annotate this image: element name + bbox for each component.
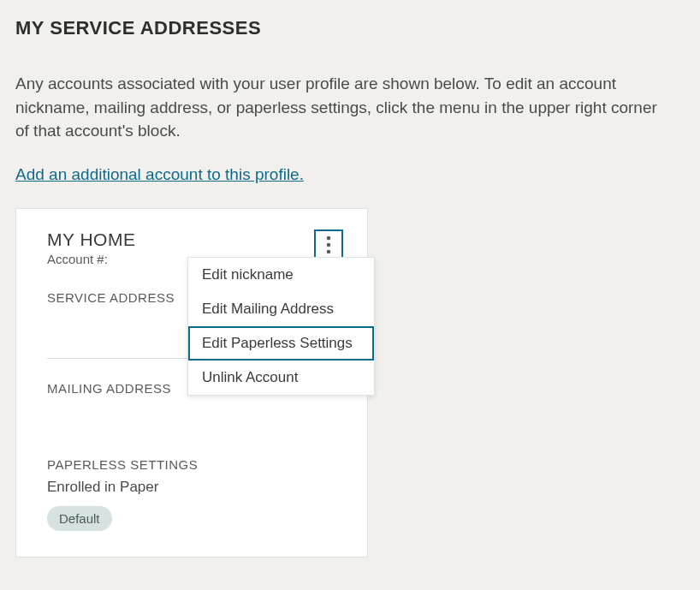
menu-item-edit-nickname[interactable]: Edit nickname xyxy=(188,258,374,292)
menu-item-edit-mailing-address[interactable]: Edit Mailing Address xyxy=(188,292,374,326)
account-menu-button[interactable] xyxy=(314,229,343,260)
account-number-label: Account #: xyxy=(47,252,135,266)
account-card: MY HOME Account #: SERVICE ADDRESS MAILI… xyxy=(15,208,368,557)
kebab-icon xyxy=(326,235,331,254)
svg-point-2 xyxy=(327,249,331,253)
svg-point-0 xyxy=(327,235,331,240)
page-description: Any accounts associated with your user p… xyxy=(15,72,674,143)
menu-item-edit-paperless-settings[interactable]: Edit Paperless Settings xyxy=(188,326,374,361)
account-dropdown-menu: Edit nickname Edit Mailing Address Edit … xyxy=(187,257,375,396)
page-title: MY SERVICE ADDRESSES xyxy=(15,17,685,39)
svg-point-1 xyxy=(327,242,331,247)
add-account-link[interactable]: Add an additional account to this profil… xyxy=(15,165,304,184)
account-title: MY HOME xyxy=(47,229,135,250)
paperless-status: Enrolled in Paper xyxy=(47,479,343,496)
paperless-settings-label: PAPERLESS SETTINGS xyxy=(47,457,343,472)
default-badge: Default xyxy=(47,506,112,531)
menu-item-unlink-account[interactable]: Unlink Account xyxy=(188,361,374,395)
